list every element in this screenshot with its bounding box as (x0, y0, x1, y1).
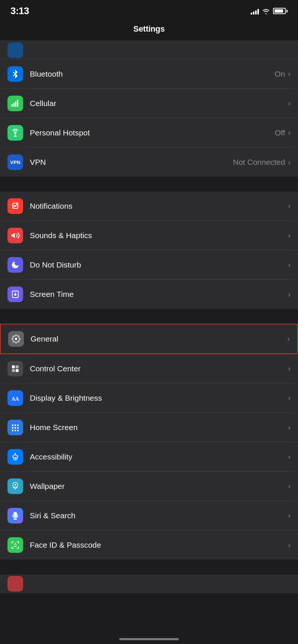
hotspot-row-content: Personal Hotspot Off › (30, 118, 291, 147)
page-title-bar: Settings (0, 20, 298, 41)
settings-row-control-center[interactable]: Control Center › (0, 354, 298, 384)
svg-point-33 (15, 453, 16, 455)
hotspot-chevron: › (288, 128, 291, 137)
display-chevron: › (288, 394, 291, 402)
bluetooth-value: On (275, 70, 285, 79)
vpn-chevron: › (288, 158, 291, 167)
svg-rect-4 (15, 101, 16, 107)
svg-rect-29 (17, 427, 19, 429)
accessibility-right: › (288, 452, 291, 461)
svg-point-11 (16, 202, 18, 205)
section-divider-2 (0, 309, 298, 324)
bluetooth-chevron: › (288, 70, 291, 78)
settings-row-notifications[interactable]: Notifications › (0, 192, 298, 221)
notifications-icon (7, 198, 23, 214)
partial-bottom-icon (7, 576, 23, 592)
section-connectivity: Bluetooth On › Cellular › (0, 60, 298, 177)
notifications-right: › (288, 202, 291, 210)
svg-rect-22 (16, 369, 19, 372)
control-center-icon (7, 361, 23, 377)
accessibility-icon (7, 449, 23, 465)
svg-rect-5 (17, 100, 18, 107)
wallpaper-right: › (288, 482, 291, 490)
svg-rect-30 (12, 430, 13, 431)
face-id-icon (7, 537, 23, 553)
settings-row-sounds[interactable]: Sounds & Haptics › (0, 221, 298, 250)
status-time: 3:13 (10, 5, 29, 17)
svg-rect-27 (12, 427, 13, 429)
settings-row-screen-time[interactable]: Screen Time › (0, 280, 298, 309)
sounds-chevron: › (288, 231, 291, 240)
settings-row-bluetooth[interactable]: Bluetooth On › (0, 60, 298, 89)
svg-rect-31 (15, 430, 16, 431)
partial-item[interactable] (0, 41, 298, 60)
partial-bottom-item[interactable] (0, 574, 298, 593)
screen-time-chevron: › (288, 290, 291, 299)
screen-time-icon (7, 286, 23, 302)
home-screen-row-content: Home Screen › (30, 413, 291, 442)
display-icon: AA (7, 390, 23, 406)
display-label: Display & Brightness (30, 394, 102, 403)
settings-row-display[interactable]: AA Display & Brightness › (0, 384, 298, 413)
home-screen-right: › (288, 423, 291, 432)
dnd-label: Do Not Disturb (30, 260, 81, 269)
section-divider-1 (0, 177, 298, 192)
hotspot-value: Off (275, 128, 285, 137)
bluetooth-icon (7, 66, 23, 82)
svg-rect-25 (15, 424, 16, 426)
accessibility-row-content: Accessibility › (30, 442, 291, 471)
notifications-label: Notifications (30, 202, 72, 211)
settings-row-siri[interactable]: Siri & Search › (0, 501, 298, 531)
vpn-label: VPN (30, 158, 46, 167)
sounds-label: Sounds & Haptics (30, 231, 92, 240)
svg-rect-19 (12, 365, 15, 368)
page-title: Settings (133, 24, 165, 33)
sounds-right: › (288, 231, 291, 240)
bluetooth-row-content: Bluetooth On › (30, 60, 291, 89)
settings-row-home-screen[interactable]: Home Screen › (0, 413, 298, 442)
control-center-label: Control Center (30, 364, 81, 373)
cellular-right: › (288, 99, 291, 108)
settings-row-wallpaper[interactable]: Wallpaper › (0, 472, 298, 501)
wallpaper-icon (7, 478, 23, 494)
notifications-row-content: Notifications › (30, 192, 291, 221)
display-right: › (288, 394, 291, 402)
svg-rect-20 (16, 365, 19, 368)
wifi-icon (262, 8, 270, 15)
settings-row-dnd[interactable]: Do Not Disturb › (0, 250, 298, 280)
hotspot-icon (7, 125, 23, 141)
settings-row-cellular[interactable]: Cellular › (0, 89, 298, 118)
settings-row-hotspot[interactable]: Personal Hotspot Off › (0, 118, 298, 148)
partial-icon (7, 42, 23, 58)
bluetooth-right: On › (275, 70, 291, 79)
general-icon (8, 331, 24, 347)
svg-point-37 (15, 484, 16, 486)
svg-point-18 (15, 338, 17, 340)
svg-line-34 (13, 456, 15, 460)
svg-rect-24 (12, 424, 13, 426)
face-id-label: Face ID & Passcode (30, 541, 101, 550)
notifications-chevron: › (288, 202, 291, 210)
bluetooth-label: Bluetooth (30, 70, 63, 79)
accessibility-label: Accessibility (30, 452, 72, 461)
control-center-chevron: › (288, 364, 291, 373)
face-id-row-content: Face ID & Passcode › (30, 531, 291, 560)
siri-row-content: Siri & Search › (30, 501, 291, 530)
face-id-chevron: › (288, 541, 291, 550)
section-preferences: General › Control Center › AA (0, 324, 298, 560)
settings-row-face-id[interactable]: Face ID & Passcode › (0, 531, 298, 560)
control-center-row-content: Control Center › (30, 354, 291, 383)
settings-row-vpn[interactable]: VPN VPN Not Connected › (0, 148, 298, 177)
cellular-chevron: › (288, 99, 291, 108)
general-row-content: General › (31, 324, 290, 353)
battery-icon (273, 8, 288, 14)
screen-time-label: Screen Time (30, 290, 74, 299)
dnd-row-content: Do Not Disturb › (30, 250, 291, 279)
home-screen-chevron: › (288, 423, 291, 432)
settings-row-accessibility[interactable]: Accessibility › (0, 442, 298, 472)
dnd-right: › (288, 260, 291, 269)
signal-icon (251, 8, 259, 15)
general-label: General (31, 334, 58, 343)
settings-row-general[interactable]: General › (0, 324, 298, 354)
svg-rect-3 (13, 103, 15, 107)
